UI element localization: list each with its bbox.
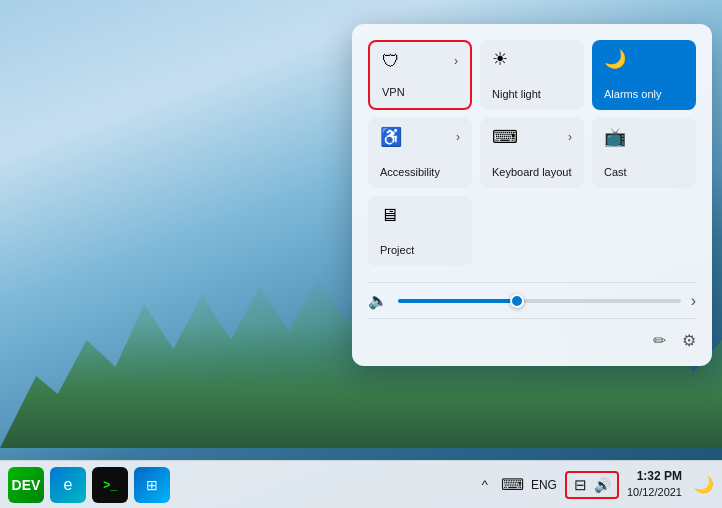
tile-vpn[interactable]: 🛡›VPN [368, 40, 472, 110]
night-light-icon: ☀ [492, 50, 508, 68]
tile-alarms-only[interactable]: 🌙Alarms only [592, 40, 696, 110]
settings-icon[interactable]: ⚙ [682, 331, 696, 350]
alarms-only-label: Alarms only [604, 88, 661, 100]
alarms-only-icon: 🌙 [604, 50, 626, 68]
taskbar-app-dev[interactable]: DEV [8, 467, 44, 503]
volume-expand-chevron[interactable]: › [691, 292, 696, 310]
tile-icon-row-project: 🖥 [380, 206, 460, 224]
taskbar: DEVe>_⊞ ^ ⌨ ENG ⊟ 🔊 1:32 PM 10/12/2021 🌙 [0, 460, 722, 508]
panel-bottom-bar: ✏ ⚙ [368, 327, 696, 350]
vpn-label: VPN [382, 86, 405, 98]
cast-label: Cast [604, 166, 627, 178]
taskbar-right: ^ ⌨ ENG ⊟ 🔊 1:32 PM 10/12/2021 🌙 [475, 468, 714, 500]
taskbar-app-terminal[interactable]: >_ [92, 467, 128, 503]
tile-accessibility[interactable]: ♿›Accessibility [368, 118, 472, 188]
tile-cast[interactable]: 📺Cast [592, 118, 696, 188]
network-sound-tray[interactable]: ⊟ 🔊 [565, 471, 619, 499]
edit-icon[interactable]: ✏ [653, 331, 666, 350]
project-icon: 🖥 [380, 206, 398, 224]
taskbar-app-store[interactable]: ⊞ [134, 467, 170, 503]
accessibility-icon: ♿ [380, 128, 402, 146]
sound-tray-icon: 🔊 [593, 475, 613, 495]
night-light-label: Night light [492, 88, 541, 100]
taskbar-left: DEVe>_⊞ [8, 467, 475, 503]
tile-project[interactable]: 🖥Project [368, 196, 472, 266]
volume-slider-fill [398, 299, 517, 303]
vpn-chevron: › [454, 54, 458, 68]
taskbar-app-edge[interactable]: e [50, 467, 86, 503]
keyboard-layout-chevron: › [568, 130, 572, 144]
language-indicator[interactable]: ENG [531, 478, 557, 492]
tile-night-light[interactable]: ☀Night light [480, 40, 584, 110]
quick-settings-panel: 🛡›VPN☀Night light🌙Alarms only♿›Accessibi… [352, 24, 712, 366]
vpn-icon: 🛡 [382, 52, 400, 70]
keyboard-layout-icon: ⌨ [492, 128, 518, 146]
clock-date: 10/12/2021 [627, 485, 682, 500]
system-clock[interactable]: 1:32 PM 10/12/2021 [627, 468, 682, 500]
accessibility-chevron: › [456, 130, 460, 144]
tile-icon-row-accessibility: ♿› [380, 128, 460, 146]
tiles-grid: 🛡›VPN☀Night light🌙Alarms only♿›Accessibi… [368, 40, 696, 266]
accessibility-label: Accessibility [380, 166, 440, 178]
project-label: Project [380, 244, 414, 256]
keyboard-layout-label: Keyboard layout [492, 166, 572, 178]
keyboard-tray-icon[interactable]: ⌨ [503, 475, 523, 495]
tile-keyboard-layout[interactable]: ⌨›Keyboard layout [480, 118, 584, 188]
moon-tray-icon[interactable]: 🌙 [694, 475, 714, 494]
tile-icon-row-night-light: ☀ [492, 50, 572, 68]
system-tray-chevron[interactable]: ^ [475, 475, 495, 495]
tile-icon-row-vpn: 🛡› [382, 52, 458, 70]
cast-icon: 📺 [604, 128, 626, 146]
volume-row: 🔈 › [368, 282, 696, 319]
network-tray-icon: ⊟ [571, 475, 591, 495]
tile-icon-row-alarms-only: 🌙 [604, 50, 684, 68]
tile-icon-row-cast: 📺 [604, 128, 684, 146]
volume-slider-thumb[interactable] [510, 294, 524, 308]
volume-slider-track[interactable] [398, 299, 681, 303]
clock-time: 1:32 PM [627, 468, 682, 485]
tile-icon-row-keyboard-layout: ⌨› [492, 128, 572, 146]
volume-icon: 🔈 [368, 291, 388, 310]
